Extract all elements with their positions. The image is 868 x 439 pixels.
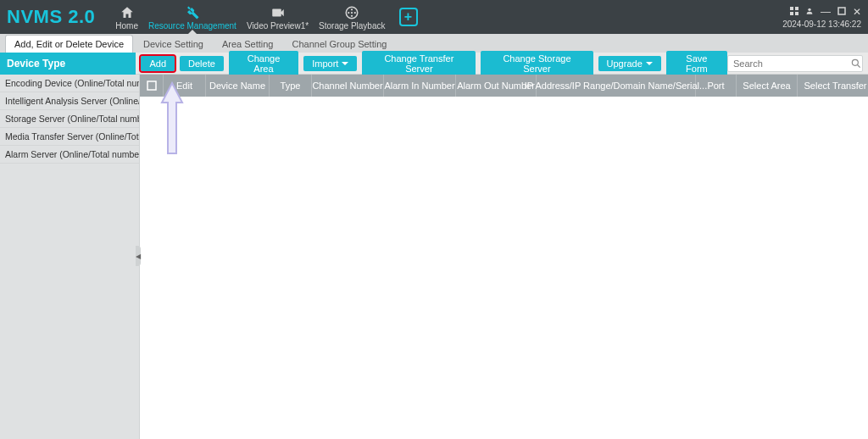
close-icon[interactable]: ✕ — [853, 6, 861, 18]
tab-add-edit-delete[interactable]: Add, Edit or Delete Device — [5, 35, 133, 53]
search-input[interactable] — [733, 58, 850, 69]
col-channel-number[interactable]: Channel Number — [312, 75, 384, 97]
svg-rect-9 — [795, 12, 798, 15]
timestamp: 2024-09-12 13:46:22 — [782, 19, 861, 29]
search-box[interactable] — [727, 55, 863, 72]
col-checkbox[interactable] — [140, 75, 164, 97]
app-title: NVMS 2.0 — [7, 6, 95, 28]
svg-point-12 — [852, 59, 858, 65]
nav-home[interactable]: Home — [115, 3, 138, 31]
sidebar-item-media-transfer[interactable]: Media Transfer Server (Online/Total numb… — [0, 128, 139, 146]
grid-icon[interactable] — [790, 6, 798, 18]
nav-label: Home — [115, 21, 138, 31]
svg-line-13 — [858, 64, 860, 67]
svg-point-5 — [351, 12, 353, 14]
add-tab-button[interactable]: + — [399, 8, 418, 26]
svg-rect-7 — [795, 7, 798, 10]
tab-device-setting[interactable]: Device Setting — [135, 36, 212, 53]
nav-label: Resource Management — [148, 21, 236, 31]
svg-rect-11 — [838, 8, 845, 14]
nav-label: Video Preview1* — [247, 21, 309, 31]
film-reel-icon — [344, 5, 359, 20]
camera-icon — [270, 5, 286, 20]
user-icon[interactable] — [805, 6, 814, 18]
change-storage-button[interactable]: Change Storage Server — [481, 51, 593, 76]
svg-point-2 — [351, 15, 353, 17]
svg-rect-6 — [790, 7, 793, 10]
main-grid-area: Edit Device Name Type Channel Number Ala… — [140, 75, 868, 439]
minimize-icon[interactable]: — — [821, 6, 831, 18]
change-transfer-button[interactable]: Change Transfer Server — [362, 51, 476, 76]
titlebar: NVMS 2.0 Home Resource Management Video … — [0, 0, 868, 34]
svg-point-3 — [348, 12, 349, 14]
nav-video-preview[interactable]: Video Preview1* — [247, 3, 309, 31]
chevron-down-icon — [342, 62, 348, 65]
col-alarm-in[interactable]: Alarm In Number — [384, 75, 456, 97]
nav-resource-management[interactable]: Resource Management — [148, 3, 236, 31]
sidebar-item-encoding[interactable]: Encoding Device (Online/Total number:0/0… — [0, 75, 139, 92]
tools-icon — [185, 5, 200, 20]
svg-point-1 — [351, 8, 353, 10]
add-button[interactable]: Add — [141, 56, 175, 71]
sidebar-item-intelligent[interactable]: Intelligent Analysis Server (Online/Tota… — [0, 92, 139, 110]
import-button[interactable]: Import — [303, 56, 357, 71]
col-port[interactable]: Port — [696, 75, 737, 97]
grid-header: Edit Device Name Type Channel Number Ala… — [140, 75, 868, 97]
sidebar: Encoding Device (Online/Total number:0/0… — [0, 75, 140, 439]
nav-storage-playback[interactable]: Storage Playback — [319, 3, 385, 31]
col-ip-address[interactable]: IP Address/IP Range/Domain Name/Serial..… — [537, 75, 696, 97]
change-area-button[interactable]: Change Area — [229, 51, 298, 76]
search-icon — [850, 58, 862, 69]
svg-rect-8 — [790, 12, 793, 15]
col-select-area[interactable]: Select Area — [737, 75, 798, 97]
col-edit[interactable]: Edit — [164, 75, 206, 97]
chevron-down-icon — [646, 62, 653, 65]
delete-button[interactable]: Delete — [180, 56, 224, 71]
svg-point-4 — [354, 12, 356, 14]
checkbox-icon — [147, 81, 157, 91]
collapse-sidebar-handle[interactable]: ◀ — [136, 246, 141, 266]
home-icon — [120, 5, 135, 20]
svg-point-10 — [808, 8, 810, 10]
window-controls: — ✕ 2024-09-12 13:46:22 — [782, 6, 861, 29]
col-select-transfer[interactable]: Select Transfer — [798, 75, 868, 97]
upgrade-button[interactable]: Upgrade — [598, 56, 661, 71]
nav-label: Storage Playback — [319, 21, 385, 31]
col-device-name[interactable]: Device Name — [206, 75, 270, 97]
sidebar-item-alarm[interactable]: Alarm Server (Online/Total number:1/1) — [0, 146, 139, 164]
sidebar-header: Device Type — [0, 53, 136, 75]
col-type[interactable]: Type — [270, 75, 312, 97]
toolbar: Device Type Add Delete Change Area Impor… — [0, 53, 868, 75]
sub-tabs: Add, Edit or Delete Device Device Settin… — [0, 34, 868, 53]
maximize-icon[interactable] — [837, 6, 846, 18]
svg-rect-14 — [147, 81, 156, 90]
sidebar-item-storage[interactable]: Storage Server (Online/Total number:1/1) — [0, 110, 139, 128]
save-form-button[interactable]: Save Form — [666, 51, 727, 76]
